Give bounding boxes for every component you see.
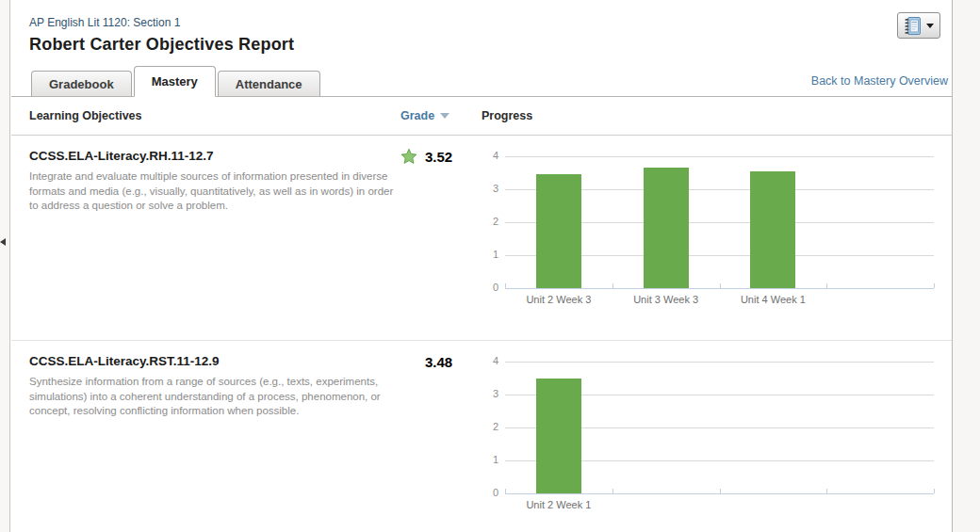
- y-axis-tick-label: 0: [482, 282, 498, 293]
- x-axis-tick: [612, 283, 613, 288]
- back-to-mastery-overview-link[interactable]: Back to Mastery Overview: [811, 74, 948, 88]
- y-axis-tick-label: 4: [482, 355, 498, 366]
- tab-mastery[interactable]: Mastery: [134, 66, 216, 97]
- x-axis-tick: [720, 489, 721, 493]
- y-axis-tick-label: 1: [482, 249, 498, 260]
- progress-chart-cell: 01234Unit 2 Week 3Unit 3 Week 3Unit 4 We…: [482, 136, 952, 340]
- mastery-star-icon: [400, 148, 417, 165]
- column-header-progress: Progress: [482, 109, 532, 122]
- column-header-grade-sort[interactable]: Grade: [400, 109, 482, 122]
- x-axis-tick: [934, 283, 935, 288]
- table-header: Learning Objectives Grade Progress: [11, 97, 952, 136]
- objective-grade-cell: 3.52: [400, 136, 482, 340]
- x-axis-category-label: Unit 4 Week 1: [720, 294, 827, 305]
- x-axis-tick: [720, 283, 721, 288]
- y-axis-tick-label: 2: [482, 216, 498, 227]
- grade-header-label: Grade: [400, 109, 434, 122]
- x-axis-tick: [612, 489, 613, 493]
- objective-row: CCSS.ELA-Literacy.RH.11-12.7 Integrate a…: [11, 136, 952, 341]
- x-axis-line: [505, 288, 934, 289]
- y-axis-tick-label: 4: [482, 150, 498, 161]
- page-header: AP English Lit 1120: Section 1 Robert Ca…: [11, 0, 952, 55]
- x-axis-category-label: Unit 2 Week 3: [505, 294, 612, 305]
- bar: [536, 174, 581, 288]
- grade-value: 3.52: [425, 149, 452, 165]
- x-axis-tick: [826, 283, 827, 288]
- sort-caret-down-icon: [440, 113, 449, 119]
- caret-down-icon: [926, 24, 934, 28]
- breadcrumb[interactable]: AP English Lit 1120: Section 1: [29, 16, 180, 29]
- x-axis-category-label: Unit 2 Week 1: [505, 499, 612, 510]
- gridline: [505, 156, 934, 157]
- objective-description: Synthesize information from a range of s…: [29, 375, 395, 419]
- main-content: AP English Lit 1120: Section 1 Robert Ca…: [11, 0, 952, 532]
- progress-bar-chart: 01234Unit 2 Week 3Unit 3 Week 3Unit 4 We…: [482, 156, 934, 314]
- x-axis-tick: [934, 489, 935, 493]
- tab-gradebook[interactable]: Gradebook: [31, 71, 132, 97]
- objective-info: CCSS.ELA-Literacy.RST.11-12.9 Synthesize…: [29, 341, 400, 520]
- objective-description: Integrate and evaluate multiple sources …: [29, 169, 395, 214]
- x-axis-category-label: Unit 3 Week 3: [612, 294, 720, 305]
- column-header-learning-objectives: Learning Objectives: [29, 109, 400, 122]
- grade-value: 3.48: [425, 354, 452, 370]
- progress-bar-chart: 01234Unit 2 Week 1: [482, 362, 934, 520]
- y-axis-tick-label: 3: [482, 388, 498, 399]
- bar: [536, 379, 581, 493]
- tab-attendance[interactable]: Attendance: [218, 71, 320, 97]
- gradebook-notebook-icon: [904, 16, 922, 36]
- left-rail: [0, 0, 10, 532]
- y-axis-tick-label: 1: [482, 454, 498, 465]
- page-title: Robert Carter Objectives Report: [29, 35, 952, 55]
- screen: AP English Lit 1120: Section 1 Robert Ca…: [0, 0, 980, 532]
- bar: [644, 168, 689, 288]
- x-axis-tick: [505, 283, 506, 288]
- tab-bar: Gradebook Mastery Attendance Back to Mas…: [11, 66, 952, 97]
- y-axis-tick-label: 0: [482, 487, 498, 498]
- y-axis-tick-label: 2: [482, 421, 498, 432]
- right-rail: [952, 0, 980, 532]
- y-axis-tick-label: 3: [482, 183, 498, 194]
- x-axis-tick: [505, 489, 506, 493]
- objective-row: CCSS.ELA-Literacy.RST.11-12.9 Synthesize…: [11, 341, 952, 520]
- bar: [750, 171, 795, 288]
- objective-code: CCSS.ELA-Literacy.RST.11-12.9: [29, 354, 400, 368]
- progress-chart-cell: 01234Unit 2 Week 1: [482, 341, 952, 520]
- x-axis-tick: [826, 489, 827, 493]
- sidebar-collapse-arrow[interactable]: [0, 238, 6, 246]
- objective-info: CCSS.ELA-Literacy.RH.11-12.7 Integrate a…: [29, 136, 400, 340]
- gridline: [505, 362, 934, 363]
- objective-code: CCSS.ELA-Literacy.RH.11-12.7: [29, 149, 400, 163]
- x-axis-line: [505, 493, 934, 494]
- objective-grade-cell: 3.48: [400, 341, 482, 520]
- view-selector-button[interactable]: [897, 12, 940, 39]
